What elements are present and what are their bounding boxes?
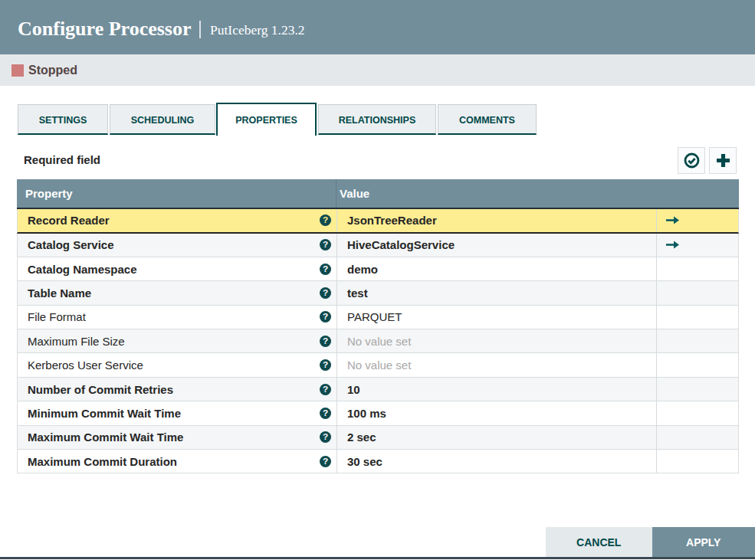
svg-text:?: ? — [323, 336, 328, 345]
svg-text:?: ? — [323, 408, 328, 418]
svg-text:?: ? — [323, 456, 328, 466]
svg-text:?: ? — [323, 432, 328, 442]
svg-text:?: ? — [323, 215, 328, 224]
svg-text:?: ? — [323, 264, 328, 273]
svg-text:?: ? — [323, 287, 328, 297]
svg-text:?: ? — [323, 384, 328, 394]
svg-text:?: ? — [323, 240, 328, 250]
svg-text:?: ? — [323, 312, 328, 322]
svg-text:?: ? — [323, 360, 328, 370]
